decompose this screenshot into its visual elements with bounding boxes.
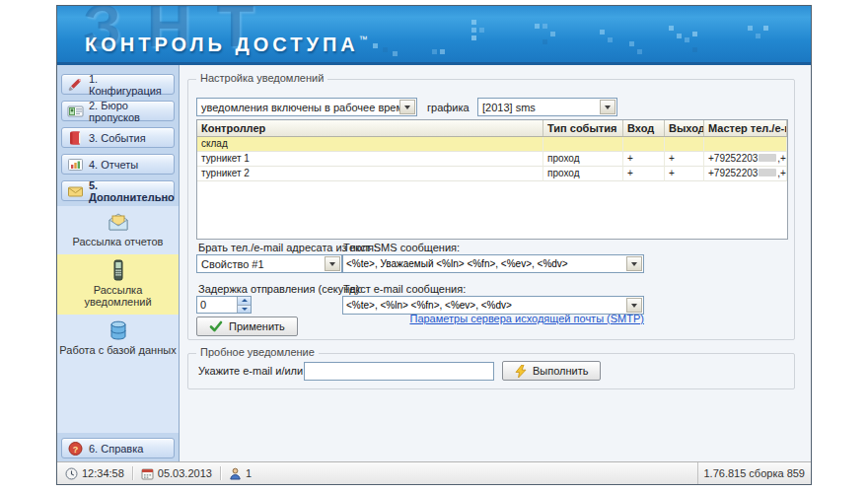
spin-down-icon[interactable] xyxy=(238,306,251,314)
test-notification-group: Пробное уведомление Укажите e-mail и/или… xyxy=(187,353,795,389)
submenu-item-label: Рассылка уведомлений xyxy=(84,284,151,308)
chevron-down-icon[interactable] xyxy=(399,100,415,114)
sms-text-field[interactable] xyxy=(342,254,644,273)
app-body: 1. Конфигурация 2. Бюро пропусков 3. Соб… xyxy=(57,65,811,461)
status-users-value: 1 xyxy=(246,467,252,479)
email-text-input[interactable] xyxy=(343,298,626,313)
run-button[interactable]: Выполнить xyxy=(502,361,601,381)
sms-text-input[interactable] xyxy=(343,256,626,271)
notification-mode-select[interactable]: уведомления включены в рабочее время xyxy=(196,98,417,116)
sidebar-item-configuration[interactable]: 1. Конфигурация xyxy=(61,74,175,95)
submenu-item-label: Рассылка отчетов xyxy=(73,236,164,247)
master-phone-2: ,+79252203 xyxy=(777,153,787,164)
app-title-row: КОНТРОЛЬ ДОСТУПА™ xyxy=(85,34,368,56)
in-cell xyxy=(623,137,665,152)
status-time: 12:34:58 xyxy=(57,467,132,480)
sidebar-item-additional[interactable]: 5. Дополнительно xyxy=(61,180,175,201)
master-phone-1: +79252203 xyxy=(708,168,758,178)
status-users: 1 xyxy=(221,467,259,480)
smtp-settings-link[interactable]: Параметры сервера исходящей почты (SMTP) xyxy=(342,313,644,324)
envelope-icon xyxy=(67,183,84,199)
controller-cell: турникет 1 xyxy=(197,152,543,167)
trademark-symbol: ™ xyxy=(359,35,368,44)
controller-cell: турникет 2 xyxy=(197,167,543,181)
chevron-down-icon[interactable] xyxy=(626,298,642,313)
status-version-value: 1.76.815 сборка 859 xyxy=(704,467,806,479)
sidebar-item-label: 3. События xyxy=(89,132,146,144)
sidebar: 1. Конфигурация 2. Бюро пропусков 3. Соб… xyxy=(57,65,180,461)
sidebar-item-label: 2. Бюро пропусков xyxy=(89,100,169,123)
out-cell xyxy=(665,137,704,152)
status-date: 05.03.2013 xyxy=(133,467,220,480)
bar-chart-icon xyxy=(67,157,84,173)
status-time-value: 12:34:58 xyxy=(82,467,124,479)
submenu-item-label: Работа с базой данных xyxy=(59,344,176,356)
redacted-digits xyxy=(759,154,776,162)
submenu-item-report-mailing[interactable]: Рассылка отчетов xyxy=(57,206,179,254)
wrench-icon xyxy=(67,77,84,93)
table-row[interactable]: склад xyxy=(197,137,787,152)
clock-icon xyxy=(65,467,78,480)
master-cell: +79252203,+79252203 xyxy=(704,152,787,167)
sidebar-item-pass-bureau[interactable]: 2. Бюро пропусков xyxy=(61,101,175,121)
column-header[interactable]: Тип события xyxy=(543,120,623,136)
submenu-item-database-work[interactable]: Работа с базой данных xyxy=(57,315,179,363)
status-version: 1.76.815 сборка 859 xyxy=(697,462,812,484)
book-icon xyxy=(67,130,84,146)
event-cell: проход xyxy=(543,152,623,167)
column-header[interactable]: Вход xyxy=(623,120,665,136)
sidebar-item-label: 6. Справка xyxy=(89,443,143,455)
sidebar-item-reports[interactable]: 4. Отчеты xyxy=(61,154,175,175)
table-row[interactable]: турникет 2 проход + + +79252203,+7925220… xyxy=(197,167,787,181)
master-phone-2: ,+79252203 xyxy=(777,168,787,178)
redacted-digits xyxy=(759,169,776,176)
column-header[interactable]: Мастер тел./e-mail xyxy=(704,120,787,136)
table-row[interactable]: турникет 1 проход + + +79252203,+7925220… xyxy=(197,152,787,167)
status-bar: 12:34:58 05.03.2013 1 1.76.815 сборка 85… xyxy=(57,461,811,484)
chevron-down-icon[interactable] xyxy=(325,256,340,271)
table-header: Контроллер Тип события Вход Выход Мастер… xyxy=(197,120,787,137)
check-icon xyxy=(209,320,223,332)
header-pixel-decoration xyxy=(471,20,476,25)
chevron-down-icon[interactable] xyxy=(600,100,615,114)
desktop-background: ЗНТ КОНТРОЛЬ ДОСТУПА™ 1. Конфигурация xyxy=(0,0,868,493)
in-cell: + xyxy=(623,167,665,181)
badge-icon xyxy=(67,104,84,119)
run-button-label: Выполнить xyxy=(533,365,588,377)
event-cell xyxy=(543,137,623,152)
phone-icon xyxy=(107,259,130,281)
master-cell xyxy=(704,137,787,152)
sidebar-submenu-additional: Рассылка отчетов Рассылка уведомлений Ра… xyxy=(57,206,179,433)
status-date-value: 05.03.2013 xyxy=(158,467,212,479)
test-target-field[interactable] xyxy=(304,362,494,381)
schedule-select[interactable]: [2013] sms xyxy=(477,98,617,116)
sidebar-item-events[interactable]: 3. События xyxy=(61,127,175,148)
delay-spinner[interactable]: 0 xyxy=(196,296,252,314)
apply-button[interactable]: Применить xyxy=(196,317,298,336)
source-field-select[interactable]: Свойство #1 xyxy=(196,254,342,273)
submenu-item-notification-mailing[interactable]: Рассылка уведомлений xyxy=(57,254,179,315)
app-title: КОНТРОЛЬ ДОСТУПА xyxy=(85,34,359,55)
delay-label: Задержка отправления (секунд): xyxy=(198,283,362,295)
mail-open-icon xyxy=(107,211,130,233)
out-cell: + xyxy=(665,152,704,167)
spinner-buttons xyxy=(237,297,251,313)
header-pixel-decoration xyxy=(373,43,378,48)
group-title: Пробное уведомление xyxy=(196,346,319,358)
apply-button-label: Применить xyxy=(229,320,285,332)
sidebar-item-label: 5. Дополнительно xyxy=(89,179,175,203)
master-phone-1: +79252203 xyxy=(708,153,758,164)
chevron-down-icon[interactable] xyxy=(626,256,642,271)
test-target-input[interactable] xyxy=(305,364,493,379)
controllers-table[interactable]: Контроллер Тип события Вход Выход Мастер… xyxy=(196,119,788,240)
controller-cell: склад xyxy=(197,137,543,152)
column-header[interactable]: Выход xyxy=(665,120,704,136)
app-window: ЗНТ КОНТРОЛЬ ДОСТУПА™ 1. Конфигурация xyxy=(56,5,812,485)
notification-mode-value: уведомления включены в рабочее время xyxy=(197,102,399,113)
sidebar-item-help[interactable]: ? 6. Справка xyxy=(61,438,175,458)
svg-text:?: ? xyxy=(73,444,79,454)
spin-up-icon[interactable] xyxy=(238,297,251,306)
user-icon xyxy=(229,467,242,480)
master-cell: +79252203,+79252203 xyxy=(704,167,787,181)
column-header[interactable]: Контроллер xyxy=(197,120,543,136)
